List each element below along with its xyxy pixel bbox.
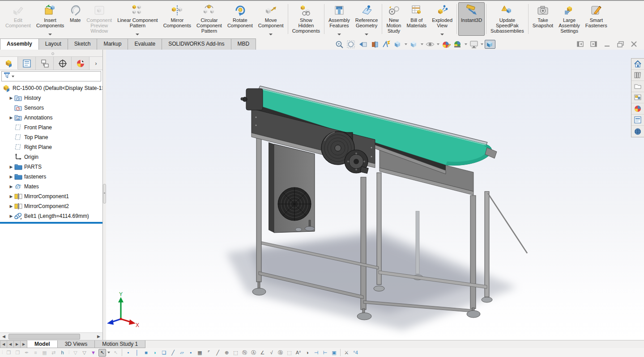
- splitter-grab-handle[interactable]: [103, 184, 106, 204]
- tab-scroll-first-button[interactable]: ◀: [0, 340, 7, 348]
- filter-datums-icon[interactable]: A°: [294, 349, 302, 357]
- take-snapshot-button[interactable]: Take Snapshot: [530, 2, 556, 36]
- tree-item-origin[interactable]: Origin: [0, 152, 102, 162]
- tree-item-history[interactable]: ▶History: [0, 93, 102, 103]
- toolbar-grip-handle[interactable]: ⋮: [1, 349, 4, 357]
- solidworks-forum-icon[interactable]: [631, 126, 644, 137]
- expand-arrow-icon[interactable]: ▶: [8, 96, 14, 100]
- circular-pattern-button[interactable]: Circular Component Pattern: [194, 2, 225, 36]
- shaded-cube-icon[interactable]: [485, 40, 495, 49]
- collapse-left-pane-button[interactable]: [577, 41, 584, 47]
- dropdown-caret-icon[interactable]: [269, 34, 273, 35]
- filter-sketch-segments-icon[interactable]: ⌜: [205, 349, 213, 357]
- edit-appearance-icon[interactable]: [441, 40, 452, 49]
- expand-arrow-icon[interactable]: ▶: [8, 194, 14, 199]
- panel-horizontal-scrollbar[interactable]: ◀ ▶: [0, 332, 102, 340]
- pencil-muted-icon[interactable]: ✒: [23, 349, 30, 357]
- tree-filter-input[interactable]: [1, 71, 101, 81]
- tree-item-sensors[interactable]: Sensors: [0, 103, 102, 113]
- move-component-button[interactable]: Move Component: [256, 2, 286, 36]
- rotate-component-button[interactable]: Rotate Component: [225, 2, 256, 36]
- close-window-button[interactable]: [631, 41, 638, 47]
- solidworks-resources-icon[interactable]: [631, 59, 644, 70]
- assembly-features-button[interactable]: Assembly Features: [326, 2, 353, 36]
- table-muted-icon[interactable]: ▦: [41, 349, 48, 357]
- dropdown-caret-icon[interactable]: [440, 34, 444, 35]
- filter-solid-bodies-icon[interactable]: ❏: [160, 349, 168, 357]
- zoom-to-area-icon[interactable]: [346, 40, 357, 49]
- new-motion-study-button[interactable]: New Motion Study: [384, 2, 404, 36]
- tab-solidworks-add-ins[interactable]: SOLIDWORKS Add-Ins: [162, 38, 231, 50]
- collapse-right-pane-button[interactable]: [590, 41, 597, 47]
- expand-arrow-icon[interactable]: ▶: [8, 174, 14, 179]
- file-explorer-icon[interactable]: [631, 81, 644, 92]
- filter-balloons-icon[interactable]: ⓐ: [277, 349, 284, 357]
- insert-components-button[interactable]: Insert Components: [34, 2, 67, 36]
- model-tab-model[interactable]: Model: [27, 340, 58, 348]
- tree-item-mirrorcomponent2[interactable]: ▶MirrorComponent2: [0, 201, 102, 211]
- expand-arrow-icon[interactable]: ▶: [8, 204, 14, 208]
- filter-sketch-points-icon[interactable]: ▪: [187, 349, 195, 357]
- filter-section-lines-icon[interactable]: ⬚: [286, 349, 293, 357]
- tab-scroll-prev-button[interactable]: ◀: [7, 340, 14, 348]
- featuremanager-tab[interactable]: [0, 57, 18, 70]
- custom-properties-icon[interactable]: [631, 115, 644, 126]
- tab-layout[interactable]: Layout: [38, 38, 68, 50]
- tree-item-parts[interactable]: ▶PARTS: [0, 162, 102, 172]
- filter-vertices-icon[interactable]: •: [124, 349, 132, 357]
- model-tab-3d-views[interactable]: 3D Views: [57, 340, 95, 348]
- configurationmanager-tab[interactable]: [36, 57, 54, 70]
- scroll-right-arrow[interactable]: ▶: [95, 333, 102, 340]
- filter-weld-symbols-icon[interactable]: ⚔: [343, 349, 350, 357]
- expand-arrow-icon[interactable]: ▶: [8, 214, 14, 218]
- dropdown-caret-icon[interactable]: [420, 40, 424, 49]
- tree-item-belt1-length-4114-69mm-[interactable]: ▶Belt1 (Length=4114.69mm): [0, 211, 102, 221]
- vertical-splitter[interactable]: [103, 50, 106, 340]
- tree-root-assembly[interactable]: RC-1500-00 (Default<Display State-1>: [0, 83, 102, 93]
- dropdown-caret-icon[interactable]: [365, 34, 368, 35]
- filter-dropdown-caret[interactable]: [12, 76, 14, 77]
- tab-scroll-last-button[interactable]: ▶: [20, 340, 27, 348]
- filter-blocks-icon[interactable]: ▣: [330, 349, 338, 357]
- toolbar-grip-handle[interactable]: ⋮: [68, 349, 70, 357]
- tree-item-fasteners[interactable]: ▶fasteners: [0, 172, 102, 182]
- minimize-window-button[interactable]: [604, 41, 611, 47]
- filter-dowel-pins-icon[interactable]: °4: [352, 349, 359, 357]
- dropdown-caret-icon[interactable]: [136, 34, 139, 35]
- dropdown-caret-icon[interactable]: [480, 40, 484, 49]
- dropdown-caret-icon[interactable]: [48, 34, 52, 35]
- filter-surface-bodies-icon[interactable]: ◗: [151, 349, 159, 357]
- filter-axes-icon[interactable]: ╱: [169, 349, 177, 357]
- panel-tabs-overflow-button[interactable]: ›: [90, 57, 102, 70]
- dropdown-caret-icon[interactable]: [107, 352, 111, 353]
- section-view-icon[interactable]: [369, 40, 380, 49]
- filter-faces-icon[interactable]: ■: [142, 349, 150, 357]
- tab-scroll-next-button[interactable]: ▶: [13, 340, 21, 348]
- filter-funnel-outline-icon[interactable]: ▽: [81, 349, 88, 357]
- expand-arrow-icon[interactable]: ▶: [8, 165, 14, 169]
- view-settings-icon[interactable]: [469, 40, 479, 49]
- display-style-icon[interactable]: [409, 40, 419, 49]
- expand-arrow-icon[interactable]: ▶: [8, 184, 14, 189]
- filter-routing-points-icon[interactable]: ⊢: [321, 349, 329, 357]
- show-hidden-button[interactable]: Show Hidden Components: [290, 2, 323, 36]
- appearances-scenes-icon[interactable]: [631, 103, 644, 115]
- dimxpert-tab[interactable]: [54, 57, 72, 70]
- filter-connection-points-icon[interactable]: ⊣: [312, 349, 320, 357]
- view-palette-icon[interactable]: [631, 92, 644, 103]
- tab-mbd[interactable]: MBD: [231, 38, 256, 50]
- filter-materials-icon[interactable]: ◑: [303, 349, 311, 357]
- previous-view-icon[interactable]: [358, 40, 368, 49]
- tree-item-right-plane[interactable]: Right Plane: [0, 142, 102, 152]
- lines-muted-icon[interactable]: ≡: [32, 349, 39, 357]
- mate-button[interactable]: Mate: [67, 2, 84, 36]
- expand-arrow-icon[interactable]: ▶: [8, 115, 14, 120]
- tab-assembly[interactable]: Assembly: [0, 38, 39, 50]
- stack-muted-icon[interactable]: ❐: [14, 349, 21, 357]
- filter-dimensions-icon[interactable]: ⬚: [232, 349, 239, 357]
- filter-center-marks-icon[interactable]: ⊕: [223, 349, 230, 357]
- view-orientation-icon[interactable]: [392, 40, 403, 49]
- exploded-view-button[interactable]: Exploded View: [429, 2, 455, 36]
- rollback-bar[interactable]: [0, 222, 102, 224]
- tree-item-mirrorcomponent1[interactable]: ▶MirrorComponent1: [0, 191, 102, 201]
